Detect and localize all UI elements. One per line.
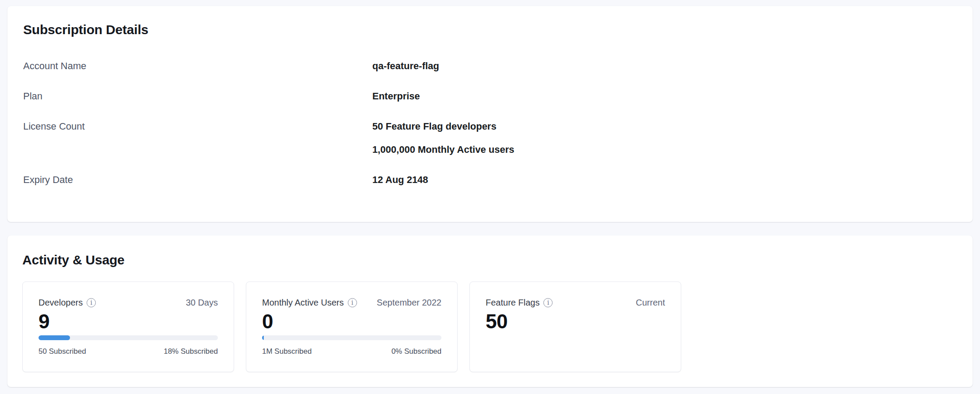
- license-count-row: License Count 50 Feature Flag developers…: [23, 121, 957, 155]
- developers-subscribed-caption: 50 Subscribed: [38, 347, 86, 356]
- developers-stat-label: Developers: [38, 297, 83, 308]
- mau-stat-value: 0: [262, 311, 441, 331]
- plan-label: Plan: [23, 91, 372, 102]
- expiry-date-row: Expiry Date 12 Aug 2148: [23, 175, 957, 185]
- license-count-developers-value: 50 Feature Flag developers: [372, 121, 514, 132]
- plan-value: Enterprise: [372, 91, 420, 102]
- account-name-label: Account Name: [23, 61, 372, 71]
- license-count-label: License Count: [23, 121, 372, 155]
- feature-flags-stat-value: 50: [486, 311, 665, 331]
- developers-stat-period: 30 Days: [186, 297, 218, 308]
- activity-usage-card: Activity & Usage Developers i 30 Days 9 …: [7, 236, 973, 387]
- subscription-details-title: Subscription Details: [23, 22, 957, 38]
- developers-percent-caption: 18% Subscribed: [164, 347, 218, 356]
- account-name-value: qa-feature-flag: [372, 61, 439, 71]
- mau-progress-bar: [262, 335, 441, 340]
- mau-subscribed-caption: 1M Subscribed: [262, 347, 312, 356]
- feature-flags-stat-period: Current: [636, 297, 665, 308]
- usage-stats-row: Developers i 30 Days 9 50 Subscribed 18%…: [22, 281, 958, 372]
- mau-stat-card: Monthly Active Users i September 2022 0 …: [246, 281, 458, 372]
- info-icon[interactable]: i: [543, 298, 553, 307]
- info-icon[interactable]: i: [87, 298, 96, 307]
- mau-percent-caption: 0% Subscribed: [392, 347, 441, 356]
- developers-stat-card: Developers i 30 Days 9 50 Subscribed 18%…: [22, 281, 234, 372]
- feature-flags-stat-card: Feature Flags i Current 50: [469, 281, 681, 372]
- subscription-details-card: Subscription Details Account Name qa-fea…: [7, 6, 973, 222]
- expiry-date-value: 12 Aug 2148: [372, 175, 428, 185]
- mau-stat-label: Monthly Active Users: [262, 297, 344, 308]
- plan-row: Plan Enterprise: [23, 91, 957, 102]
- account-name-row: Account Name qa-feature-flag: [23, 61, 957, 71]
- license-count-mau-value: 1,000,000 Monthly Active users: [372, 144, 514, 155]
- mau-stat-period: September 2022: [377, 297, 441, 308]
- feature-flags-stat-label: Feature Flags: [486, 297, 539, 308]
- activity-usage-title: Activity & Usage: [22, 252, 958, 268]
- mau-progress-fill: [262, 335, 264, 340]
- developers-stat-value: 9: [38, 311, 218, 331]
- expiry-date-label: Expiry Date: [23, 175, 372, 185]
- info-icon[interactable]: i: [348, 298, 357, 307]
- developers-progress-bar: [38, 335, 218, 340]
- developers-progress-fill: [38, 335, 70, 340]
